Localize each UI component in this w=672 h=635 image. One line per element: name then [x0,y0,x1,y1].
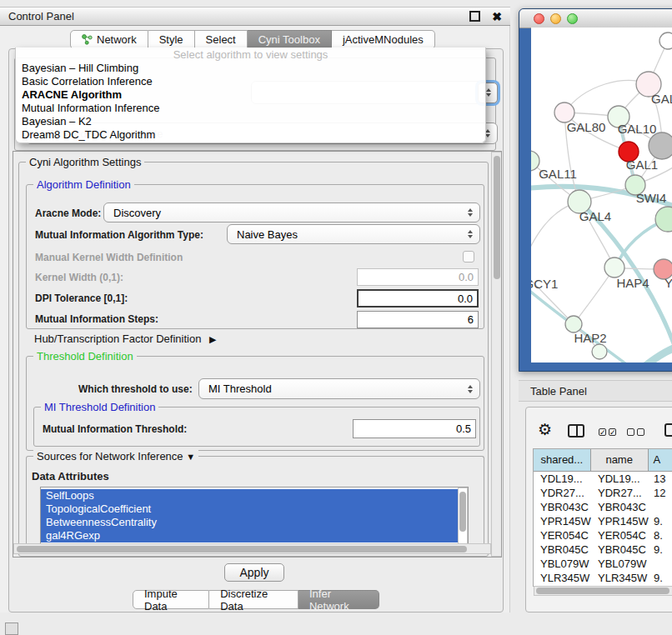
tab-jactivemnodules[interactable]: jActiveMNodules [332,30,435,49]
close-traffic-light[interactable] [534,13,544,24]
float-window-icon[interactable] [469,11,480,22]
settings-vertical-thumb[interactable] [494,156,500,279]
tab-style[interactable]: Style [148,30,195,49]
select-all-checkbox-icon2[interactable]: ✓ [609,428,616,436]
tab-discretize-data-label: Discretize Data [220,588,287,612]
tab-select[interactable]: Select [195,30,248,49]
toolbar-partial-icon[interactable] [664,423,672,437]
sources-title[interactable]: Sources for Network Inference ▼ [33,450,198,463]
settings-horizontal-thumb[interactable] [17,546,467,552]
table-horizontal-scrollbar[interactable] [534,586,672,596]
attribute-list-item[interactable]: SelfLoops [41,489,458,502]
dpi-tolerance-field[interactable]: 0.0 [357,289,479,308]
tab-network[interactable]: Network [70,30,148,49]
which-threshold-combo[interactable]: MI Threshold [198,378,480,399]
table-row[interactable]: YPR145W YPR145W 9. [534,514,672,528]
node-label-gal11: GAL11 [539,167,577,181]
combo-down-arrow-icon [468,213,473,217]
data-attributes-label: Data Attributes [32,470,109,482]
column-header-partial[interactable]: A [649,449,672,471]
mi-threshold-field[interactable]: 0.5 [353,419,476,438]
table-row[interactable]: YBR043C YBR043C [534,500,672,514]
network-graph-icon [82,34,93,45]
node-hap4[interactable] [604,258,624,278]
cell-value: 12 [649,486,672,500]
table-row[interactable]: YBR045C YBR045C 9. [534,542,672,557]
cell-shared-name: YER054C [534,528,591,542]
cell-value: 9. [649,514,672,528]
node-bottom[interactable] [592,344,607,359]
tab-discretize-data[interactable]: Discretize Data [209,590,298,609]
node-gray[interactable] [649,132,672,159]
attribute-list-item[interactable]: TopologicalCoefficient [41,502,458,516]
network-canvas[interactable]: GAL GAL80 GAL10 GAL1 GAL11 SWI4 GAL4 GCY… [531,28,672,362]
attribute-list-item[interactable]: BetweennessCentrality [41,516,458,529]
table-horizontal-thumb[interactable] [536,588,669,594]
aracne-mode-label: Aracne Mode: [35,208,101,220]
dropdown-item-mutual-information[interactable]: Mutual Information Inference [16,102,485,115]
kernel-width-value: 0.0 [459,271,474,283]
gear-icon[interactable]: ⚙ [538,422,552,438]
mi-steps-field[interactable]: 6 [357,311,479,328]
data-attributes-list[interactable]: SelfLoopsTopologicalCoefficientBetweenne… [40,487,469,545]
node-swi4[interactable] [655,207,672,232]
node-label-gal: GAL [651,92,672,106]
table-panel-title: Table Panel [530,385,587,398]
node-label-gcy1: GCY1 [531,277,558,291]
settings-vertical-scrollbar[interactable] [491,152,502,557]
collapsed-panel-icon[interactable] [5,622,18,635]
minimize-traffic-light[interactable] [550,13,561,24]
zoom-traffic-light[interactable] [567,13,578,24]
node-unlabeled[interactable] [659,32,672,49]
tab-infer-network-label: Infer Network [309,588,368,612]
dropdown-item-basic-correlation[interactable]: Basic Correlation Inference [16,75,485,88]
attribute-list-item[interactable]: gal4RGexp [41,529,458,542]
dropdown-item-bayesian-k2[interactable]: Bayesian – K2 [16,115,485,128]
table-row[interactable]: YDR27... YDR27... 12 [534,486,672,500]
control-panel-title: Control Panel [8,10,74,22]
hub-definition-expander[interactable]: Hub/Transcription Factor Definition ▶ [34,332,216,345]
aracne-mode-combo[interactable]: Discovery [103,202,480,222]
tab-cyni-toolbox[interactable]: Cyni Toolbox [248,30,332,49]
attributes-scrollbar-thumb[interactable] [459,492,466,532]
node-label-hap2: HAP2 [574,331,606,345]
tab-network-label: Network [97,33,137,46]
dropdown-prompt: Select algorithm to view settings [16,48,485,62]
column-header-name[interactable]: name [591,449,649,471]
tab-impute-data[interactable]: Impute Data [133,590,209,609]
aracne-mode-value: Discovery [113,207,161,219]
dropdown-item-bayesian-hill-climbing[interactable]: Bayesian – Hill Climbing [16,62,485,75]
node-hap2[interactable] [565,316,582,332]
network-node-labels: GAL GAL80 GAL10 GAL1 GAL11 SWI4 GAL4 GCY… [531,92,672,345]
tab-jactivemnodules-label: jActiveMNodules [343,33,424,46]
table-row[interactable]: YDL19... YDL19... 13 [534,472,672,486]
tab-cyni-toolbox-label: Cyni Toolbox [258,33,320,46]
apply-button-label: Apply [239,566,268,579]
manual-kernel-width-checkbox[interactable] [463,251,474,262]
attributes-scrollbar[interactable] [458,488,468,544]
deselect-all-checkbox-icon[interactable] [627,428,634,436]
table-header-row: shared... name A [534,449,672,472]
cell-name: YBL079W [591,557,649,571]
kernel-width-field[interactable]: 0.0 [357,268,479,286]
cell-name: YDL19... [591,472,649,486]
deselect-all-checkbox-icon2[interactable] [637,428,644,436]
tab-infer-network[interactable]: Infer Network [298,590,379,609]
cell-shared-name: YPR145W [534,514,591,528]
table-row[interactable]: YER054C YER054C 8. [534,528,672,542]
network-window-titlebar [519,9,672,28]
column-header-shared-name[interactable]: shared... [534,449,591,471]
control-panel-window: Control Panel ✖ Network Style Select Cyn… [0,7,510,612]
dropdown-item-aracne-selected[interactable]: ARACNE Algorithm [16,88,485,102]
table-row[interactable]: YBL079W YBL079W [534,557,672,571]
split-columns-icon[interactable] [568,424,584,438]
mi-algorithm-type-combo[interactable]: Naive Bayes [227,224,480,244]
dropdown-item-dream8[interactable]: Dream8 DC_TDC Algorithm [16,128,485,142]
settings-horizontal-scrollbar[interactable] [13,543,491,554]
apply-button[interactable]: Apply [224,563,284,582]
cell-value: 8. [649,528,672,542]
select-all-checkbox-icon[interactable]: ✓ [599,428,606,436]
table-row[interactable]: YLR345W YLR345W 9. [534,571,672,585]
close-icon[interactable]: ✖ [492,11,502,22]
node-label-gal4: GAL4 [579,209,611,223]
